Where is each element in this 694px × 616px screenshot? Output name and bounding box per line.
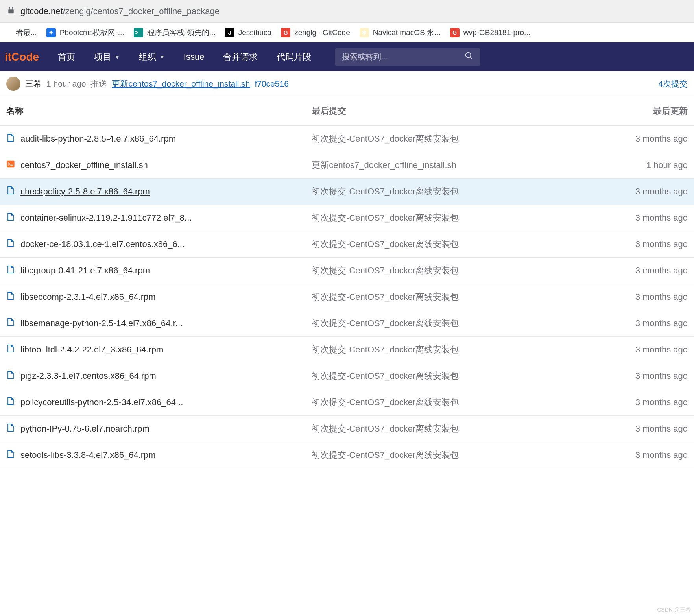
bookmark-item[interactable]: ✦Pbootcms模板网-... [46,28,124,38]
nav-label: 代码片段 [277,51,311,63]
nav-item[interactable]: 首页 [48,51,85,63]
avatar[interactable] [6,77,20,91]
file-name-link[interactable]: checkpolicy-2.5-8.el7.x86_64.rpm [20,186,150,197]
file-commit-link[interactable]: 初次提交-CentOS7_docker离线安装包 [312,266,459,275]
table-row[interactable]: libseccomp-2.3.1-4.el7.x86_64.rpm 初次提交-C… [0,284,694,310]
bookmark-icon: >_ [134,28,143,37]
commit-message-link[interactable]: 更新centos7_docker_offline_install.sh [112,78,250,89]
file-commit-link[interactable]: 更新centos7_docker_offline_install.sh [312,160,456,170]
nav-item[interactable]: 代码片段 [267,51,321,63]
bookmark-item[interactable]: Gzenglg · GitCode [281,28,350,37]
url-bar: gitcode.net/zenglg/centos7_docker_offlin… [0,0,694,23]
file-commit-link[interactable]: 初次提交-CentOS7_docker离线安装包 [312,239,459,249]
table-row[interactable]: policycoreutils-python-2.5-34.el7.x86_64… [0,389,694,416]
nav-item[interactable]: 组织▼ [129,51,174,63]
file-updated: 3 months ago [635,318,688,328]
file-icon [6,371,15,382]
file-name-link[interactable]: container-selinux-2.119.2-1.911c772.el7_… [20,213,192,223]
bookmarks-bar: 者最...✦Pbootcms模板网-...>_程序员客栈-领先的...JJess… [0,23,694,42]
file-icon [6,318,15,329]
table-row[interactable]: container-selinux-2.119.2-1.911c772.el7_… [0,205,694,231]
table-row[interactable]: checkpolicy-2.5-8.el7.x86_64.rpm 初次提交-Ce… [0,179,694,205]
url-text[interactable]: gitcode.net/zenglg/centos7_docker_offlin… [20,6,220,17]
table-row[interactable]: setools-libs-3.3.8-4.el7.x86_64.rpm 初次提交… [0,442,694,468]
file-updated: 3 months ago [635,266,688,275]
top-nav: itCode 首页项目▼组织▼Issue合并请求代码片段 [0,42,694,71]
file-name-link[interactable]: libcgroup-0.41-21.el7.x86_64.rpm [20,266,150,276]
nav-item[interactable]: 项目▼ [85,51,129,63]
col-header-name: 名称 [0,96,305,126]
file-name-link[interactable]: python-IPy-0.75-6.el7.noarch.rpm [20,424,150,434]
file-icon [6,450,15,461]
file-name-link[interactable]: libseccomp-2.3.1-4.el7.x86_64.rpm [20,292,156,302]
file-commit-link[interactable]: 初次提交-CentOS7_docker离线安装包 [312,292,459,302]
file-commit-link[interactable]: 初次提交-CentOS7_docker离线安装包 [312,213,459,223]
file-updated: 3 months ago [635,292,688,302]
nav-label: 合并请求 [223,51,258,63]
file-icon [6,397,15,408]
file-icon [6,212,15,223]
nav-item[interactable]: Issue [174,52,214,62]
file-commit-link[interactable]: 初次提交-CentOS7_docker离线安装包 [312,318,459,328]
commits-count-link[interactable]: 4次提交 [658,78,688,89]
bookmark-label: Jessibuca [238,28,272,37]
table-row[interactable]: docker-ce-18.03.1.ce-1.el7.centos.x86_6.… [0,231,694,258]
file-updated: 3 months ago [635,186,688,196]
table-row[interactable]: pigz-2.3.3-1.el7.centos.x86_64.rpm 初次提交-… [0,363,694,389]
bookmark-label: wvp-GB28181-pro... [463,28,530,37]
bookmark-icon: ✦ [46,28,56,37]
file-name-link[interactable]: policycoreutils-python-2.5-34.el7.x86_64… [20,397,183,408]
table-row[interactable]: centos7_docker_offline_install.sh 更新cent… [0,152,694,179]
file-updated: 3 months ago [635,424,688,433]
file-name-link[interactable]: centos7_docker_offline_install.sh [20,160,148,170]
bookmark-icon: ✻ [360,28,369,37]
bookmark-item[interactable]: ✻Navicat macOS 永... [360,28,441,38]
file-name-link[interactable]: audit-libs-python-2.8.5-4.el7.x86_64.rpm [20,134,176,144]
table-row[interactable]: libcgroup-0.41-21.el7.x86_64.rpm 初次提交-Ce… [0,258,694,284]
svg-rect-0 [7,161,14,168]
logo[interactable]: itCode [5,51,39,63]
bookmark-label: 程序员客栈-领先的... [147,28,216,38]
file-icon [6,133,15,144]
bookmark-icon: G [450,28,460,37]
nav-item[interactable]: 合并请求 [214,51,267,63]
last-commit-bar: 三希 1 hour ago 推送 更新centos7_docker_offlin… [0,71,694,96]
file-name-link[interactable]: setools-libs-3.3.8-4.el7.x86_64.rpm [20,450,156,460]
table-row[interactable]: audit-libs-python-2.8.5-4.el7.x86_64.rpm… [0,126,694,152]
file-commit-link[interactable]: 初次提交-CentOS7_docker离线安装包 [312,450,459,460]
search-icon[interactable] [465,52,473,62]
file-commit-link[interactable]: 初次提交-CentOS7_docker离线安装包 [312,397,459,407]
file-icon [6,186,15,197]
file-commit-link[interactable]: 初次提交-CentOS7_docker离线安装包 [312,371,459,381]
file-icon [6,291,15,302]
bookmark-item[interactable]: JJessibuca [225,28,272,37]
col-header-commit: 最后提交 [305,96,569,126]
commit-sha-link[interactable]: f70ce516 [255,79,288,89]
search-input[interactable] [342,52,473,61]
file-commit-link[interactable]: 初次提交-CentOS7_docker离线安装包 [312,186,459,196]
bookmark-label: Pbootcms模板网-... [60,28,124,38]
col-header-updated: 最后更新 [569,96,694,126]
bookmark-item[interactable]: 者最... [2,28,37,38]
file-commit-link[interactable]: 初次提交-CentOS7_docker离线安装包 [312,134,459,144]
table-row[interactable]: libsemanage-python-2.5-14.el7.x86_64.r..… [0,310,694,337]
file-updated: 3 months ago [635,450,688,460]
search-box[interactable] [335,48,480,66]
bookmark-item[interactable]: >_程序员客栈-领先的... [134,28,216,38]
file-commit-link[interactable]: 初次提交-CentOS7_docker离线安装包 [312,424,459,433]
commit-time: 1 hour ago [46,79,86,89]
bookmark-item[interactable]: Gwvp-GB28181-pro... [450,28,530,37]
file-updated: 3 months ago [635,397,688,407]
file-commit-link[interactable]: 初次提交-CentOS7_docker离线安装包 [312,345,459,354]
file-name-link[interactable]: libsemanage-python-2.5-14.el7.x86_64.r..… [20,318,183,328]
file-name-link[interactable]: pigz-2.3.3-1.el7.centos.x86_64.rpm [20,371,156,381]
file-name-link[interactable]: docker-ce-18.03.1.ce-1.el7.centos.x86_6.… [20,239,185,249]
nav-label: 项目 [94,51,111,63]
bookmark-icon: J [225,28,234,37]
table-row[interactable]: libtool-ltdl-2.4.2-22.el7_3.x86_64.rpm 初… [0,337,694,363]
commit-author[interactable]: 三希 [25,78,42,89]
table-row[interactable]: python-IPy-0.75-6.el7.noarch.rpm 初次提交-Ce… [0,416,694,442]
file-name-link[interactable]: libtool-ltdl-2.4.2-22.el7_3.x86_64.rpm [20,345,163,355]
file-icon [6,344,15,355]
file-icon [6,239,15,250]
